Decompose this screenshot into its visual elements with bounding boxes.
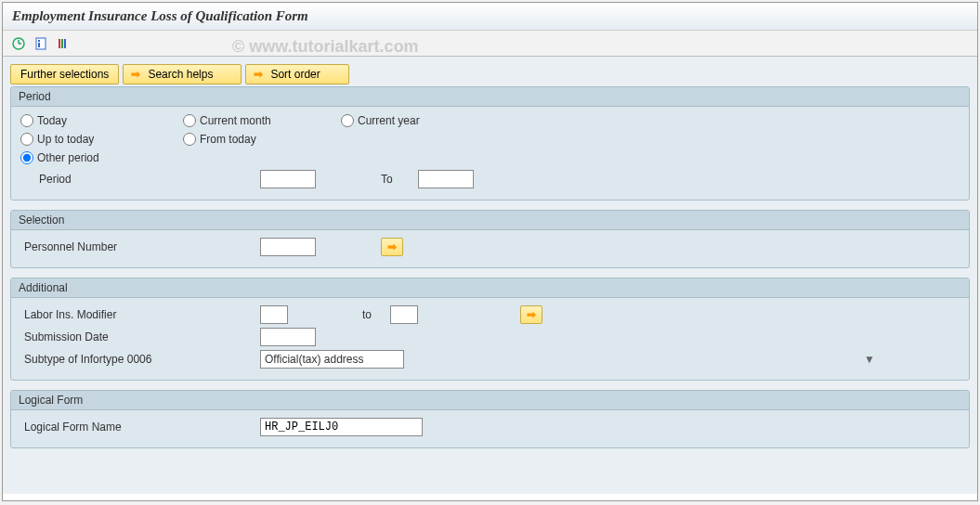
- radio-from-today-label: From today: [200, 133, 256, 146]
- additional-group: Additional Labor Ins. Modifier to ➡ Subm…: [10, 278, 970, 381]
- radio-current-year-label: Current year: [358, 114, 420, 127]
- svg-rect-3: [36, 38, 46, 49]
- svg-rect-5: [38, 43, 40, 47]
- svg-rect-4: [38, 40, 40, 42]
- bars-icon[interactable]: [55, 35, 72, 52]
- selection-group: Selection Personnel Number ➡: [10, 210, 970, 268]
- radio-other-period-label: Other period: [37, 151, 99, 164]
- labor-more-button[interactable]: ➡: [520, 305, 542, 324]
- radio-current-month-input[interactable]: [183, 114, 196, 127]
- radio-up-to-today-label: Up to today: [37, 133, 94, 146]
- search-helps-label: Search helps: [148, 68, 213, 81]
- period-from-label: Period: [20, 173, 260, 186]
- subtype-label: Subtype of Infortype 0006: [20, 353, 260, 366]
- radio-current-month-label: Current month: [200, 114, 271, 127]
- radio-other-period-input[interactable]: [20, 151, 33, 164]
- radio-current-year-input[interactable]: [341, 114, 354, 127]
- main-frame: Employment Insurance Loss of Qualificati…: [2, 2, 978, 501]
- subtype-select[interactable]: Official(tax) address: [260, 350, 404, 369]
- arrow-right-icon: ➡: [254, 68, 263, 81]
- svg-rect-6: [59, 39, 60, 48]
- radio-up-to-today-input[interactable]: [20, 133, 33, 146]
- radio-current-month[interactable]: Current month: [183, 114, 341, 127]
- period-from-input[interactable]: [260, 170, 316, 188]
- svg-rect-7: [61, 39, 63, 48]
- sort-order-label: Sort order: [270, 68, 320, 81]
- additional-header: Additional: [11, 278, 969, 298]
- button-row: Further selections ➡ Search helps ➡ Sort…: [10, 64, 970, 84]
- execute-icon[interactable]: [10, 35, 27, 52]
- further-selections-label: Further selections: [20, 68, 109, 81]
- period-to-input[interactable]: [418, 170, 474, 188]
- arrow-right-icon: ➡: [131, 68, 140, 81]
- content-area: Further selections ➡ Search helps ➡ Sort…: [3, 57, 977, 494]
- labor-ins-to-input[interactable]: [390, 305, 418, 324]
- selection-header: Selection: [11, 211, 969, 230]
- chevron-down-icon[interactable]: ▼: [861, 351, 878, 368]
- personnel-number-label: Personnel Number: [20, 240, 260, 253]
- arrow-right-icon: ➡: [527, 308, 536, 321]
- app-toolbar: [3, 31, 977, 57]
- radio-today-input[interactable]: [20, 114, 33, 127]
- arrow-right-icon: ➡: [387, 240, 397, 253]
- submission-date-label: Submission Date: [20, 330, 260, 343]
- personnel-number-input[interactable]: [260, 238, 316, 256]
- further-selections-button[interactable]: Further selections: [10, 64, 119, 84]
- radio-from-today[interactable]: From today: [183, 133, 341, 146]
- submission-date-input[interactable]: [260, 328, 316, 346]
- labor-to-label: to: [362, 308, 390, 321]
- search-helps-button[interactable]: ➡ Search helps: [123, 64, 242, 84]
- logical-form-group: Logical Form Logical Form Name: [10, 390, 970, 448]
- logical-form-name-input[interactable]: [260, 418, 423, 436]
- personnel-more-button[interactable]: ➡: [381, 238, 403, 256]
- radio-other-period[interactable]: Other period: [20, 151, 183, 164]
- svg-rect-8: [64, 39, 66, 48]
- info-icon[interactable]: [33, 35, 49, 52]
- sort-order-button[interactable]: ➡ Sort order: [245, 64, 348, 84]
- logical-form-header: Logical Form: [11, 391, 969, 410]
- page-title: Employment Insurance Loss of Qualificati…: [3, 3, 977, 31]
- radio-up-to-today[interactable]: Up to today: [20, 133, 183, 146]
- labor-ins-from-input[interactable]: [260, 305, 288, 324]
- logical-form-name-label: Logical Form Name: [20, 421, 260, 434]
- period-to-label: To: [381, 173, 418, 186]
- radio-from-today-input[interactable]: [183, 133, 196, 146]
- radio-today[interactable]: Today: [20, 114, 183, 127]
- radio-today-label: Today: [37, 114, 67, 127]
- period-group: Period Today Current month Current year: [10, 86, 970, 201]
- labor-ins-label: Labor Ins. Modifier: [20, 308, 260, 321]
- radio-current-year[interactable]: Current year: [341, 114, 490, 127]
- period-header: Period: [11, 87, 969, 107]
- subtype-select-value: Official(tax) address: [265, 353, 363, 366]
